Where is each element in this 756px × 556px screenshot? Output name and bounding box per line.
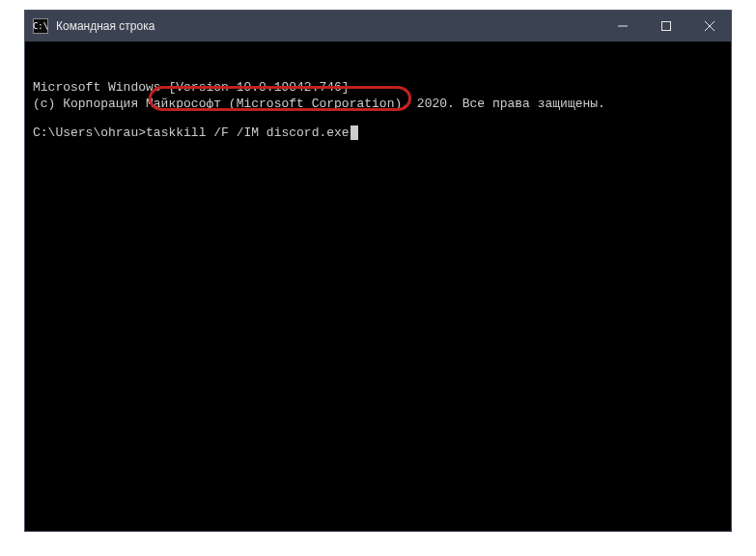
window-title: Командная строка: [56, 19, 601, 33]
minimize-icon: [618, 21, 628, 31]
prompt-line: C:\Users\ohrau>taskkill /F /IM discord.e…: [33, 125, 723, 142]
version-line: Microsoft Windows [Version 10.0.19042.74…: [33, 80, 723, 97]
cmd-icon: C:\: [33, 18, 48, 34]
svg-rect-1: [661, 22, 670, 31]
command-prompt-window: C:\ Командная строка Microsoft Windows […: [24, 10, 732, 532]
entered-command: taskkill /F /IM discord.exe: [146, 125, 350, 140]
close-icon: [705, 21, 714, 31]
titlebar[interactable]: C:\ Командная строка: [25, 11, 731, 42]
prompt-path: C:\Users\ohrau>: [33, 125, 146, 140]
window-controls: [601, 11, 731, 42]
terminal-output[interactable]: Microsoft Windows [Version 10.0.19042.74…: [25, 42, 731, 531]
close-button[interactable]: [687, 11, 731, 42]
text-cursor: [350, 125, 358, 140]
copyright-line: (c) Корпорация Майкрософт (Microsoft Cor…: [33, 97, 723, 113]
maximize-icon: [661, 21, 671, 31]
maximize-button[interactable]: [644, 11, 687, 42]
minimize-button[interactable]: [601, 11, 644, 42]
